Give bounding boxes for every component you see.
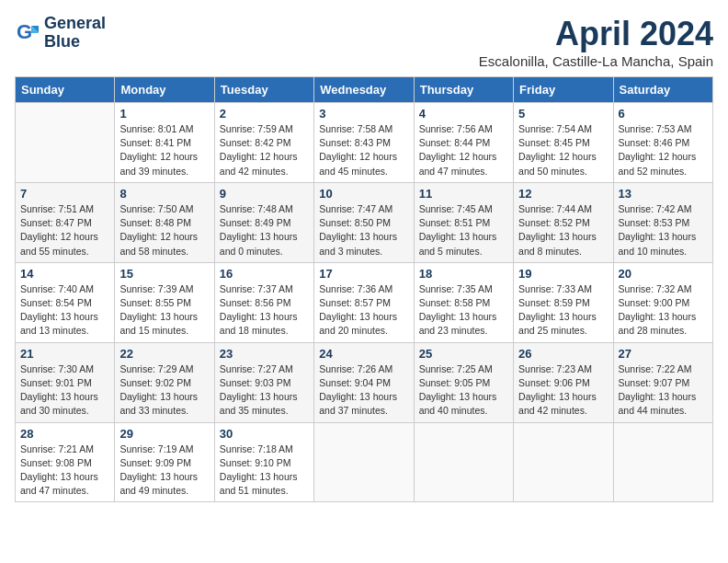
calendar-cell: 2Sunrise: 7:59 AM Sunset: 8:42 PM Daylig…	[214, 103, 313, 183]
day-info: Sunrise: 7:40 AM Sunset: 8:54 PM Dayligh…	[20, 282, 109, 339]
calendar-cell: 26Sunrise: 7:23 AM Sunset: 9:06 PM Dayli…	[514, 342, 613, 422]
day-info: Sunrise: 7:47 AM Sunset: 8:50 PM Dayligh…	[319, 202, 408, 259]
calendar-cell: 30Sunrise: 7:18 AM Sunset: 9:10 PM Dayli…	[214, 422, 313, 502]
page-header: G General Blue April 2024 Escalonilla, C…	[15, 15, 713, 69]
day-number: 17	[319, 267, 408, 281]
calendar-week-row: 7Sunrise: 7:51 AM Sunset: 8:47 PM Daylig…	[16, 182, 713, 262]
day-number: 20	[619, 267, 708, 281]
weekday-header-friday: Friday	[514, 77, 613, 103]
day-number: 9	[220, 187, 309, 201]
calendar-cell: 17Sunrise: 7:36 AM Sunset: 8:57 PM Dayli…	[314, 262, 414, 342]
calendar-cell	[16, 103, 115, 183]
calendar-cell: 18Sunrise: 7:35 AM Sunset: 8:58 PM Dayli…	[414, 262, 513, 342]
calendar-cell: 28Sunrise: 7:21 AM Sunset: 9:08 PM Dayli…	[16, 422, 115, 502]
day-number: 1	[119, 107, 209, 121]
day-number: 30	[220, 427, 309, 441]
svg-text:G: G	[17, 20, 32, 43]
calendar-week-row: 1Sunrise: 8:01 AM Sunset: 8:41 PM Daylig…	[16, 103, 713, 183]
day-info: Sunrise: 7:44 AM Sunset: 8:52 PM Dayligh…	[518, 202, 608, 259]
day-info: Sunrise: 7:33 AM Sunset: 8:59 PM Dayligh…	[518, 282, 608, 339]
weekday-header-monday: Monday	[115, 77, 214, 103]
day-info: Sunrise: 7:59 AM Sunset: 8:42 PM Dayligh…	[220, 122, 309, 178]
day-info: Sunrise: 7:58 AM Sunset: 8:43 PM Dayligh…	[319, 122, 408, 178]
weekday-header-saturday: Saturday	[613, 77, 712, 103]
day-number: 4	[419, 107, 508, 121]
day-info: Sunrise: 7:18 AM Sunset: 9:10 PM Dayligh…	[220, 442, 309, 499]
calendar-cell: 6Sunrise: 7:53 AM Sunset: 8:46 PM Daylig…	[613, 103, 712, 183]
calendar-cell: 7Sunrise: 7:51 AM Sunset: 8:47 PM Daylig…	[16, 182, 115, 262]
calendar-cell	[514, 422, 613, 502]
day-info: Sunrise: 7:56 AM Sunset: 8:44 PM Dayligh…	[419, 122, 508, 178]
day-number: 15	[119, 267, 209, 281]
day-info: Sunrise: 7:32 AM Sunset: 9:00 PM Dayligh…	[619, 282, 708, 339]
calendar-cell: 8Sunrise: 7:50 AM Sunset: 8:48 PM Daylig…	[115, 182, 214, 262]
day-number: 26	[518, 347, 608, 361]
calendar-cell: 9Sunrise: 7:48 AM Sunset: 8:49 PM Daylig…	[214, 182, 313, 262]
weekday-header-row: SundayMondayTuesdayWednesdayThursdayFrid…	[16, 77, 713, 103]
day-number: 19	[518, 267, 608, 281]
day-info: Sunrise: 7:36 AM Sunset: 8:57 PM Dayligh…	[319, 282, 408, 339]
calendar-cell: 19Sunrise: 7:33 AM Sunset: 8:59 PM Dayli…	[514, 262, 613, 342]
day-number: 12	[518, 187, 608, 201]
day-info: Sunrise: 7:37 AM Sunset: 8:56 PM Dayligh…	[220, 282, 309, 339]
weekday-header-tuesday: Tuesday	[214, 77, 313, 103]
calendar-cell: 25Sunrise: 7:25 AM Sunset: 9:05 PM Dayli…	[414, 342, 513, 422]
day-number: 23	[220, 347, 309, 361]
day-info: Sunrise: 7:45 AM Sunset: 8:51 PM Dayligh…	[419, 202, 508, 259]
day-number: 3	[319, 107, 408, 121]
logo-text: General Blue	[44, 15, 106, 52]
day-number: 8	[119, 187, 209, 201]
calendar-week-row: 28Sunrise: 7:21 AM Sunset: 9:08 PM Dayli…	[16, 422, 713, 502]
calendar-cell: 15Sunrise: 7:39 AM Sunset: 8:55 PM Dayli…	[115, 262, 214, 342]
calendar-week-row: 21Sunrise: 7:30 AM Sunset: 9:01 PM Dayli…	[16, 342, 713, 422]
calendar-week-row: 14Sunrise: 7:40 AM Sunset: 8:54 PM Dayli…	[16, 262, 713, 342]
day-number: 13	[619, 187, 708, 201]
calendar-header: SundayMondayTuesdayWednesdayThursdayFrid…	[16, 77, 713, 103]
title-block: April 2024 Escalonilla, Castille-La Manc…	[479, 15, 713, 69]
day-number: 25	[419, 347, 508, 361]
day-info: Sunrise: 7:25 AM Sunset: 9:05 PM Dayligh…	[419, 362, 508, 419]
day-number: 7	[20, 187, 109, 201]
calendar-cell: 3Sunrise: 7:58 AM Sunset: 8:43 PM Daylig…	[314, 103, 414, 183]
day-number: 6	[619, 107, 708, 121]
calendar-cell: 22Sunrise: 7:29 AM Sunset: 9:02 PM Dayli…	[115, 342, 214, 422]
day-number: 5	[518, 107, 608, 121]
day-number: 27	[619, 347, 708, 361]
day-number: 18	[419, 267, 508, 281]
day-number: 24	[319, 347, 408, 361]
day-info: Sunrise: 7:26 AM Sunset: 9:04 PM Dayligh…	[319, 362, 408, 419]
day-number: 28	[20, 427, 109, 441]
calendar-cell: 13Sunrise: 7:42 AM Sunset: 8:53 PM Dayli…	[613, 182, 712, 262]
day-number: 11	[419, 187, 508, 201]
day-info: Sunrise: 7:27 AM Sunset: 9:03 PM Dayligh…	[220, 362, 309, 419]
day-number: 16	[220, 267, 309, 281]
calendar-cell	[613, 422, 712, 502]
day-info: Sunrise: 7:48 AM Sunset: 8:49 PM Dayligh…	[220, 202, 309, 259]
calendar-cell: 1Sunrise: 8:01 AM Sunset: 8:41 PM Daylig…	[115, 103, 214, 183]
weekday-header-sunday: Sunday	[16, 77, 115, 103]
calendar-cell: 29Sunrise: 7:19 AM Sunset: 9:09 PM Dayli…	[115, 422, 214, 502]
calendar-cell: 14Sunrise: 7:40 AM Sunset: 8:54 PM Dayli…	[16, 262, 115, 342]
day-info: Sunrise: 8:01 AM Sunset: 8:41 PM Dayligh…	[119, 122, 209, 178]
day-info: Sunrise: 7:22 AM Sunset: 9:07 PM Dayligh…	[619, 362, 708, 419]
month-title: April 2024	[479, 15, 713, 53]
day-info: Sunrise: 7:50 AM Sunset: 8:48 PM Dayligh…	[119, 202, 209, 259]
calendar-table: SundayMondayTuesdayWednesdayThursdayFrid…	[15, 76, 713, 502]
day-info: Sunrise: 7:35 AM Sunset: 8:58 PM Dayligh…	[419, 282, 508, 339]
day-number: 14	[20, 267, 109, 281]
calendar-cell	[414, 422, 513, 502]
day-info: Sunrise: 7:51 AM Sunset: 8:47 PM Dayligh…	[20, 202, 109, 259]
calendar-cell: 27Sunrise: 7:22 AM Sunset: 9:07 PM Dayli…	[613, 342, 712, 422]
calendar-cell: 4Sunrise: 7:56 AM Sunset: 8:44 PM Daylig…	[414, 103, 513, 183]
calendar-cell: 5Sunrise: 7:54 AM Sunset: 8:45 PM Daylig…	[514, 103, 613, 183]
logo-icon: G	[15, 20, 40, 46]
day-number: 29	[119, 427, 209, 441]
day-number: 21	[20, 347, 109, 361]
calendar-cell: 20Sunrise: 7:32 AM Sunset: 9:00 PM Dayli…	[613, 262, 712, 342]
calendar-cell: 16Sunrise: 7:37 AM Sunset: 8:56 PM Dayli…	[214, 262, 313, 342]
day-info: Sunrise: 7:29 AM Sunset: 9:02 PM Dayligh…	[119, 362, 209, 419]
calendar-cell: 24Sunrise: 7:26 AM Sunset: 9:04 PM Dayli…	[314, 342, 414, 422]
weekday-header-wednesday: Wednesday	[314, 77, 414, 103]
day-info: Sunrise: 7:23 AM Sunset: 9:06 PM Dayligh…	[518, 362, 608, 419]
day-info: Sunrise: 7:54 AM Sunset: 8:45 PM Dayligh…	[518, 122, 608, 178]
